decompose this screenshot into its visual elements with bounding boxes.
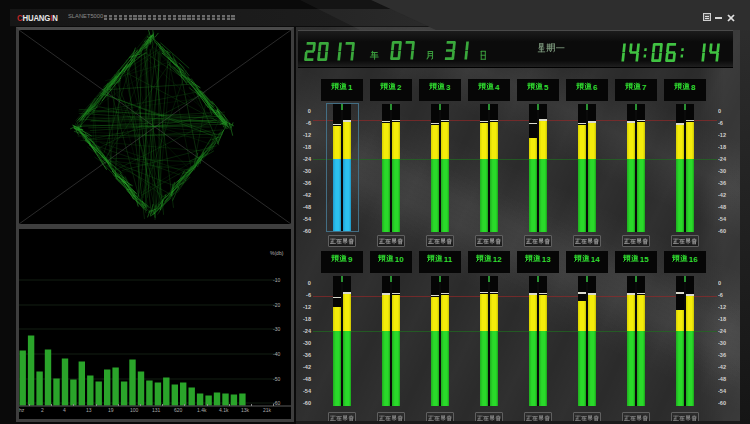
svg-text:12: 12: [493, 255, 502, 264]
svg-text:-40: -40: [273, 351, 280, 357]
svg-text:13k: 13k: [241, 407, 250, 413]
svg-text:1: 1: [348, 83, 353, 92]
svg-text:15: 15: [640, 255, 649, 264]
svg-text:620: 620: [174, 407, 183, 413]
svg-text:1.4k: 1.4k: [197, 407, 207, 413]
svg-text:3: 3: [446, 83, 451, 92]
svg-text:19: 19: [108, 407, 114, 413]
svg-text:13: 13: [542, 255, 551, 264]
svg-text:4: 4: [495, 83, 500, 92]
svg-text:2: 2: [41, 407, 44, 413]
svg-text:13: 13: [86, 407, 92, 413]
svg-text:-20: -20: [273, 302, 280, 308]
svg-text:-60: -60: [273, 400, 280, 406]
svg-text:16: 16: [689, 255, 698, 264]
svg-text:hz: hz: [19, 407, 25, 413]
svg-text:8: 8: [691, 83, 696, 92]
svg-text:-30: -30: [273, 326, 280, 332]
svg-text:4.1k: 4.1k: [219, 407, 229, 413]
svg-text:2: 2: [397, 83, 402, 92]
svg-text:9: 9: [348, 255, 353, 264]
svg-text:11: 11: [444, 255, 453, 264]
svg-text:131: 131: [152, 407, 161, 413]
svg-text:4: 4: [63, 407, 66, 413]
svg-text:7: 7: [642, 83, 647, 92]
svg-text:6: 6: [593, 83, 598, 92]
svg-text:-10: -10: [273, 277, 280, 283]
svg-text:-50: -50: [273, 376, 280, 382]
svg-text:100: 100: [130, 407, 139, 413]
svg-text:14: 14: [591, 255, 600, 264]
svg-text:%(db): %(db): [270, 250, 284, 256]
svg-text:21k: 21k: [263, 407, 272, 413]
svg-text:5: 5: [544, 83, 549, 92]
svg-text:10: 10: [395, 255, 404, 264]
